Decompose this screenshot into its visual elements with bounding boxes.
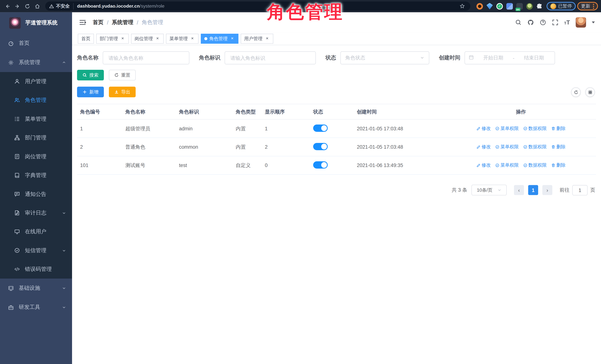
breadcrumb-home[interactable]: 首页 [93, 19, 103, 26]
reload-icon[interactable] [23, 2, 31, 10]
delete-link[interactable]: 删除 [551, 162, 566, 168]
security-warning-label: 不安全 [56, 3, 70, 10]
sidebar-item-sms[interactable]: 短信管理 [0, 241, 72, 260]
extension-green-icon[interactable]: ✓ [496, 3, 503, 10]
prev-page-button[interactable]: ‹ [514, 185, 524, 195]
sidebar-item-error-codes[interactable]: 错误码管理 [0, 260, 72, 278]
sidebar-item-system[interactable]: 系统管理 [0, 53, 72, 72]
refresh-table-button[interactable] [571, 87, 581, 97]
sidebar-item-online-users[interactable]: 在线用户 [0, 222, 72, 241]
add-button[interactable]: 新增 [77, 87, 104, 97]
data-permission-link[interactable]: 数据权限 [523, 125, 547, 132]
sidebar-item-audit-log[interactable]: 审计日志 [0, 204, 72, 222]
font-size-icon[interactable]: TT [564, 19, 570, 26]
delete-link[interactable]: 删除 [551, 125, 566, 132]
extensions-puzzle-icon[interactable] [536, 3, 543, 10]
status-toggle[interactable] [313, 161, 328, 168]
filter-create-time: 创建时间 开始日期 - 结束日期 [439, 51, 555, 64]
edit-link[interactable]: 修改 [476, 144, 491, 150]
delete-link[interactable]: 删除 [551, 144, 566, 150]
sidebar-item-posts[interactable]: 岗位管理 [0, 147, 72, 166]
status-toggle[interactable] [313, 124, 328, 132]
sidebar-item-devtools[interactable]: 研发工具 [0, 298, 72, 317]
search-button[interactable]: 搜索 [77, 70, 104, 80]
end-date-placeholder[interactable]: 结束日期 [517, 54, 551, 61]
breadcrumb-system[interactable]: 系统管理 [112, 19, 133, 26]
fullscreen-icon[interactable] [552, 19, 558, 26]
menu-permission-link[interactable]: 菜单权限 [495, 162, 519, 168]
sidebar-logo[interactable]: 芋道管理系统 [0, 12, 72, 34]
menu-permission-link[interactable]: 菜单权限 [495, 125, 519, 132]
tab-users[interactable]: 用户管理× [241, 34, 273, 44]
sidebar-item-menus[interactable]: 菜单管理 [0, 110, 72, 128]
sidebar-item-home[interactable]: 首页 [0, 34, 72, 53]
sidebar-item-dictionary[interactable]: 字典管理 [0, 166, 72, 185]
col-created-time: 创建时间 [354, 104, 446, 119]
sidebar-item-notices[interactable]: 通知公告 [0, 185, 72, 203]
next-page-button[interactable]: › [542, 185, 552, 195]
sidebar-item-roles[interactable]: 角色管理 [0, 91, 72, 109]
extension-dark-icon[interactable]: on [516, 3, 523, 10]
close-tab-icon[interactable]: × [190, 36, 195, 41]
filter-role-name: 角色名称 [77, 51, 189, 64]
bookmark-star-icon[interactable] [458, 2, 467, 10]
cell-role-id: 1 [77, 119, 122, 138]
tab-departments[interactable]: 部门管理× [96, 34, 129, 44]
extension-orange-icon[interactable] [476, 3, 483, 10]
back-icon[interactable] [3, 2, 12, 10]
extension-monkey-icon[interactable] [526, 3, 533, 10]
menu-permission-link[interactable]: 菜单权限 [495, 144, 519, 150]
cell-role-type: 内置 [233, 119, 262, 138]
start-date-placeholder[interactable]: 开始日期 [476, 54, 510, 61]
user-avatar[interactable] [576, 17, 586, 28]
sidebar-item-infrastructure[interactable]: 基础设施 [0, 279, 72, 298]
page-size-select[interactable]: 10条/页 [471, 185, 507, 195]
col-role-id: 角色编号 [77, 104, 122, 119]
close-tab-icon[interactable]: × [230, 36, 235, 41]
profile-paused-pill[interactable]: 已暂停 [547, 2, 576, 10]
tab-roles[interactable]: 角色管理× [201, 34, 238, 44]
date-range-picker[interactable]: 开始日期 - 结束日期 [464, 51, 555, 64]
status-select[interactable]: 角色状态 [341, 51, 429, 64]
sidebar-item-users[interactable]: 用户管理 [0, 72, 72, 91]
reset-button[interactable]: 重置 [109, 70, 136, 80]
extension-gem-icon[interactable] [486, 3, 493, 10]
status-toggle[interactable] [313, 143, 328, 150]
hamburger-icon[interactable] [78, 18, 87, 27]
tab-home[interactable]: 首页 [78, 34, 94, 44]
role-key-input[interactable] [230, 55, 311, 61]
role-name-input[interactable] [108, 55, 184, 61]
url-text[interactable]: dashboard.yudao.iocoder.cn/system/role [77, 3, 164, 9]
avatar-caret-icon[interactable] [592, 21, 595, 23]
notice-icon [14, 191, 20, 197]
close-tab-icon[interactable]: × [155, 36, 160, 41]
tab-menus[interactable]: 菜单管理× [166, 34, 199, 44]
sidebar-item-departments[interactable]: 部门管理 [0, 128, 72, 147]
address-bar[interactable]: 不安全 dashboard.yudao.iocoder.cn/system/ro… [45, 1, 470, 11]
forward-icon[interactable] [13, 2, 21, 10]
close-tab-icon[interactable]: × [120, 36, 125, 41]
sidebar-item-label: 字典管理 [25, 172, 47, 179]
column-settings-button[interactable] [585, 87, 595, 97]
help-icon[interactable] [540, 19, 546, 26]
audit-log-icon [14, 210, 20, 216]
search-icon[interactable] [515, 19, 521, 26]
edit-link[interactable]: 修改 [476, 125, 491, 132]
tab-posts[interactable]: 岗位管理× [131, 34, 164, 44]
security-warning[interactable]: 不安全 [49, 3, 73, 10]
goto-page-input[interactable] [572, 185, 588, 195]
browser-menu-kebab-icon[interactable] [592, 4, 594, 9]
current-page[interactable]: 1 [528, 185, 538, 195]
home-icon[interactable] [33, 2, 41, 10]
search-button-label: 搜索 [89, 72, 99, 78]
close-tab-icon[interactable]: × [264, 36, 270, 41]
extension-grid-icon[interactable] [506, 3, 513, 10]
browser-update-button[interactable]: 更新 [577, 2, 598, 10]
export-button[interactable]: 导出 [109, 87, 136, 97]
data-permission-link[interactable]: 数据权限 [523, 144, 547, 150]
edit-link[interactable]: 修改 [476, 162, 491, 168]
search-icon [82, 73, 87, 77]
gear-icon [8, 59, 14, 66]
data-permission-link[interactable]: 数据权限 [523, 162, 547, 168]
github-icon[interactable] [527, 19, 534, 26]
